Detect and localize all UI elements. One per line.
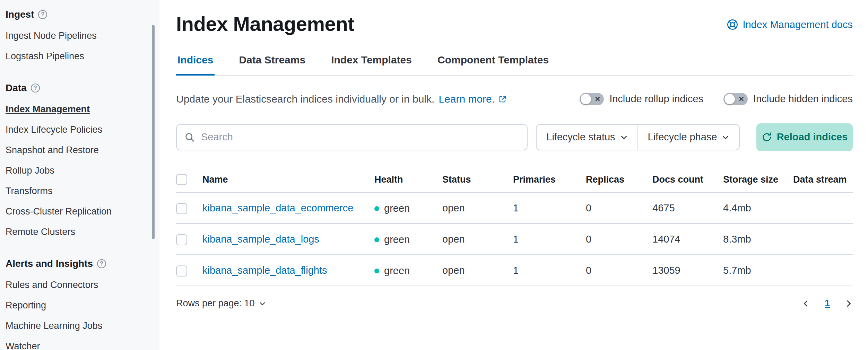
pagination: 1 <box>802 298 853 309</box>
toggle-group: ✕ Include rollup indices ✕ Include hidde… <box>580 93 853 105</box>
sidebar-item-transforms[interactable]: Transforms <box>6 181 146 201</box>
health-dot-icon <box>374 237 379 242</box>
include-rollup-toggle-row: ✕ Include rollup indices <box>580 93 703 105</box>
column-header-replicas[interactable]: Replicas <box>586 167 652 193</box>
chevron-down-icon <box>259 300 266 307</box>
tab-indices[interactable]: Indices <box>176 54 215 76</box>
sidebar-scrollbar[interactable] <box>152 25 155 239</box>
chevron-right-icon <box>844 299 853 308</box>
table-header-row: Name Health Status Primaries Replicas Do… <box>176 167 853 193</box>
column-header-data-stream[interactable]: Data stream <box>793 167 853 193</box>
docs-link-label: Index Management docs <box>743 19 853 30</box>
index-name-link[interactable]: kibana_sample_data_logs <box>202 234 319 245</box>
sidebar-item-ingest-node-pipelines[interactable]: Ingest Node Pipelines <box>6 26 146 46</box>
primaries-cell: 1 <box>513 255 586 286</box>
lifecycle-phase-filter[interactable]: Lifecycle phase <box>637 125 739 150</box>
docs-link[interactable]: Index Management docs <box>727 19 853 30</box>
sidebar-heading-label: Data <box>6 82 27 94</box>
sidebar-item-watcher[interactable]: Watcher <box>6 336 146 350</box>
docs-count-cell: 14074 <box>652 224 723 255</box>
search-box <box>176 124 528 150</box>
column-header-primaries[interactable]: Primaries <box>513 167 586 193</box>
help-icon[interactable]: ? <box>38 10 47 19</box>
sidebar-item-index-lifecycle-policies[interactable]: Index Lifecycle Policies <box>6 120 146 140</box>
sidebar-heading-data: Data ? <box>6 82 146 94</box>
status-cell: open <box>442 255 513 286</box>
table-row: kibana_sample_data_flights green open 1 … <box>176 255 853 286</box>
select-all-cell <box>176 167 202 193</box>
status-cell: open <box>442 192 513 224</box>
tab-component-templates[interactable]: Component Templates <box>436 54 550 76</box>
sidebar-heading-label: Ingest <box>6 9 34 20</box>
include-hidden-toggle[interactable]: ✕ <box>723 93 748 105</box>
reload-indices-label: Reload indices <box>777 131 848 143</box>
learn-more-link[interactable]: Learn more. <box>439 93 507 105</box>
column-header-name[interactable]: Name <box>202 167 374 193</box>
sidebar-item-cross-cluster-replication[interactable]: Cross-Cluster Replication <box>6 201 146 222</box>
row-checkbox[interactable] <box>176 265 187 277</box>
docs-count-cell: 4675 <box>652 192 723 224</box>
chevron-down-icon <box>620 133 628 141</box>
replicas-cell: 0 <box>586 192 652 224</box>
health-label: green <box>384 265 410 277</box>
sidebar-item-snapshot-and-restore[interactable]: Snapshot and Restore <box>6 140 146 160</box>
include-rollup-toggle[interactable]: ✕ <box>580 93 604 105</box>
sidebar-section-data: Data ? Index Management Index Lifecycle … <box>6 82 146 242</box>
column-header-storage-size[interactable]: Storage size <box>723 167 793 193</box>
sidebar-item-reporting[interactable]: Reporting <box>6 295 146 316</box>
sidebar-item-remote-clusters[interactable]: Remote Clusters <box>6 222 146 242</box>
previous-page-button[interactable] <box>802 299 810 308</box>
sidebar-item-rules-and-connectors[interactable]: Rules and Connectors <box>6 275 146 295</box>
filter-label: Lifecycle phase <box>648 131 717 143</box>
health-label: green <box>384 203 410 214</box>
next-page-button[interactable] <box>844 299 853 308</box>
data-stream-cell <box>793 224 853 255</box>
include-hidden-toggle-row: ✕ Include hidden indices <box>723 93 853 105</box>
management-sidebar: Ingest ? Ingest Node Pipelines Logstash … <box>0 0 159 350</box>
health-badge: green <box>374 203 410 214</box>
sidebar-section-alerts: Alerts and Insights ? Rules and Connecto… <box>6 258 146 350</box>
data-stream-cell <box>793 255 853 286</box>
help-icon[interactable]: ? <box>31 84 40 93</box>
rows-per-page-label: Rows per page: 10 <box>176 298 255 309</box>
storage-size-cell: 8.3mb <box>723 224 793 255</box>
checkbox-cell <box>176 192 202 224</box>
column-header-docs-count[interactable]: Docs count <box>652 167 723 193</box>
chevron-left-icon <box>802 299 810 308</box>
help-icon[interactable]: ? <box>97 259 106 268</box>
reload-indices-button[interactable]: Reload indices <box>756 123 853 151</box>
search-input[interactable] <box>200 131 519 143</box>
sidebar-item-machine-learning-jobs[interactable]: Machine Learning Jobs <box>6 316 146 336</box>
indices-table: Name Health Status Primaries Replicas Do… <box>176 167 853 287</box>
health-dot-icon <box>374 206 379 211</box>
select-all-checkbox[interactable] <box>176 174 187 185</box>
controls-row: Lifecycle status Lifecycle phase Reload … <box>176 123 853 151</box>
replicas-cell: 0 <box>586 224 652 255</box>
toggle-knob <box>724 94 735 104</box>
help-buoy-icon <box>727 19 738 30</box>
description-row: Update your Elasticsearch indices indivi… <box>176 93 853 105</box>
description-text: Update your Elasticsearch indices indivi… <box>176 93 434 105</box>
tab-index-templates[interactable]: Index Templates <box>330 54 413 76</box>
tab-data-streams[interactable]: Data Streams <box>237 54 307 76</box>
index-name-link[interactable]: kibana_sample_data_ecommerce <box>202 202 353 213</box>
column-header-status[interactable]: Status <box>442 167 513 193</box>
index-name-link[interactable]: kibana_sample_data_flights <box>202 265 327 276</box>
health-badge: green <box>374 265 410 277</box>
sidebar-item-index-management[interactable]: Index Management <box>6 99 146 120</box>
rows-per-page-button[interactable]: Rows per page: 10 <box>176 298 266 309</box>
external-link-icon <box>498 95 507 104</box>
column-header-health[interactable]: Health <box>374 167 442 193</box>
toggle-off-x-icon: ✕ <box>594 96 600 103</box>
sidebar-item-logstash-pipelines[interactable]: Logstash Pipelines <box>6 46 146 67</box>
health-label: green <box>384 234 410 245</box>
checkbox-cell <box>176 255 202 286</box>
page-number[interactable]: 1 <box>825 298 830 309</box>
filter-label: Lifecycle status <box>546 131 615 143</box>
sidebar-item-rollup-jobs[interactable]: Rollup Jobs <box>6 160 146 181</box>
table-row: kibana_sample_data_ecommerce green open … <box>176 192 853 224</box>
checkbox-cell <box>176 224 202 255</box>
lifecycle-status-filter[interactable]: Lifecycle status <box>537 125 637 150</box>
row-checkbox[interactable] <box>176 203 187 214</box>
row-checkbox[interactable] <box>176 234 187 245</box>
